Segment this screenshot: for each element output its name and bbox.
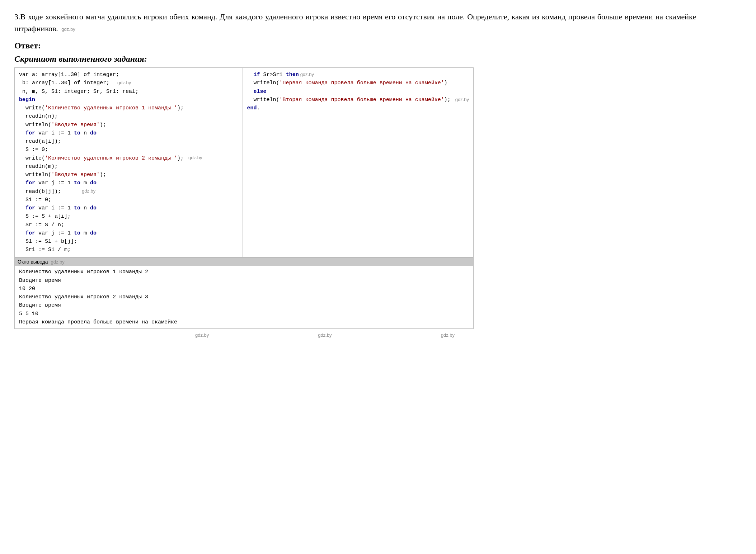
code-line-10: S := 0; xyxy=(19,146,238,154)
code-right-line-2: writeln('Первая команда провела больше в… xyxy=(247,79,469,87)
screenshot-label: Скриншот выполненного задания: xyxy=(14,54,742,64)
answer-label: Ответ: xyxy=(14,41,742,51)
code-line-4: begin xyxy=(19,96,238,104)
code-line-20: for var j := 1 to m do xyxy=(19,229,238,237)
output-line-1: Количество удаленных игроков 1 команды 2 xyxy=(19,268,469,276)
code-line-13: writeln('Вводите время'); xyxy=(19,171,238,179)
page: 3.В ходе хоккейного матча удалялись игро… xyxy=(14,11,742,338)
output-header-text: Окно вывода xyxy=(18,259,48,265)
code-right-panel: if Sr>Sr1 thengdz.by writeln('Первая ком… xyxy=(243,68,473,257)
watermark-output-1: gdz.by xyxy=(51,259,65,265)
code-line-2: b: array[1..30] of integer; gdz.by xyxy=(19,79,238,87)
problem-text: 3.В ходе хоккейного матча удалялись игро… xyxy=(14,11,696,34)
watermark-bottom-1: gdz.by xyxy=(195,332,209,338)
code-line-15: read(b[j]); gdz.by xyxy=(19,188,238,196)
code-line-14: for var j := 1 to m do xyxy=(19,179,238,187)
watermark-code-5: gdz.by xyxy=(455,96,469,103)
code-line-9: read(a[i]); xyxy=(19,137,238,146)
code-line-22: Sr1 := S1 / m; xyxy=(19,246,238,254)
output-header: Окно вывода gdz.by xyxy=(15,258,473,266)
code-block: var a: array[1..30] of integer; b: array… xyxy=(14,67,474,257)
code-line-12: readln(m); xyxy=(19,162,238,171)
code-line-5: write('Количество удаленных игроков 1 ко… xyxy=(19,104,238,112)
output-block: Окно вывода gdz.by Количество удаленных … xyxy=(14,257,474,329)
watermark-code-1: gdz.by xyxy=(117,79,131,86)
answer-label-text: Ответ: xyxy=(14,41,41,50)
watermark-code-2: gdz.by xyxy=(188,154,202,161)
screenshot-label-text: Скриншот выполненного задания: xyxy=(14,54,147,63)
watermark-bottom-3: gdz.by xyxy=(441,332,455,338)
output-body: Количество удаленных игроков 1 команды 2… xyxy=(15,266,473,328)
output-line-4: Количество удаленных игроков 2 команды 3 xyxy=(19,293,469,301)
problem-text-content: 3.В ходе хоккейного матча удалялись игро… xyxy=(14,12,696,33)
watermark-code-3: gdz.by xyxy=(82,188,95,195)
code-line-19: Sr := S / n; xyxy=(19,221,238,229)
code-line-11: write('Количество удаленных игроков 2 ко… xyxy=(19,154,238,162)
output-line-5: Вводите время xyxy=(19,301,469,309)
bottom-watermarks: gdz.by gdz.by gdz.by xyxy=(14,332,742,338)
code-line-16: S1 := 0; xyxy=(19,196,238,204)
code-right-line-1: if Sr>Sr1 thengdz.by xyxy=(247,71,469,79)
code-line-1: var a: array[1..30] of integer; xyxy=(19,71,238,79)
code-line-6: readln(n); xyxy=(19,112,238,120)
watermark-bottom-2: gdz.by xyxy=(318,332,332,338)
output-line-3: 10 20 xyxy=(19,285,469,293)
code-right-line-5: end. xyxy=(247,104,469,112)
output-line-6: 5 5 10 xyxy=(19,310,469,318)
code-line-21: S1 := S1 + b[j]; xyxy=(19,237,238,246)
code-left-panel: var a: array[1..30] of integer; b: array… xyxy=(15,68,243,257)
output-line-7: Первая команда провела больше времени на… xyxy=(19,318,469,326)
code-line-3: n, m, S, S1: integer; Sr, Sr1: real; xyxy=(19,87,238,96)
watermark-code-4: gdz.by xyxy=(300,71,314,78)
output-line-2: Вводите время xyxy=(19,276,469,285)
watermark-1: gdz.by xyxy=(61,26,75,33)
code-line-17: for var i := 1 to n do xyxy=(19,204,238,212)
code-right-line-3: else xyxy=(247,87,469,96)
code-line-7: writeln('Вводите время'); xyxy=(19,121,238,129)
code-right-line-4: writeln('Вторая команда провела больше в… xyxy=(247,96,469,104)
code-line-8: for var i := 1 to n do xyxy=(19,129,238,137)
code-line-18: S := S + a[i]; xyxy=(19,212,238,221)
